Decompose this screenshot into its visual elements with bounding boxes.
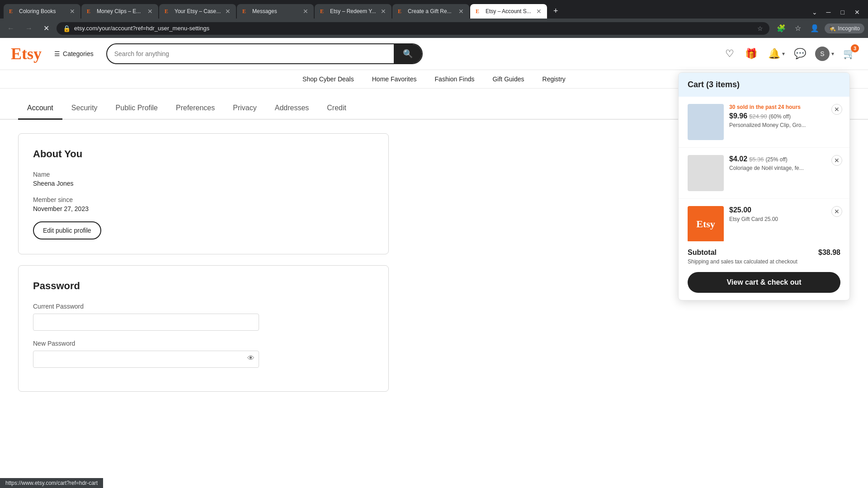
cart-item: $4.02 $5.36 (25% off) Coloriage de Noël … — [679, 148, 849, 199]
profile-button[interactable]: S ▾ — [815, 47, 834, 61]
tab-close-icon[interactable]: ✕ — [381, 8, 386, 15]
minimize-button[interactable]: ─ — [822, 6, 835, 19]
current-password-wrapper — [33, 312, 374, 331]
incognito-label: Incognito — [838, 25, 860, 32]
maximize-button[interactable]: □ — [836, 6, 849, 19]
sold-badge: 30 sold in the past 24 hours — [729, 104, 840, 110]
incognito-icon: 🕵 — [829, 25, 836, 32]
cart-item-description: Personalized Money Clip, Gro... — [729, 122, 840, 128]
cart-badge: 3 — [851, 44, 859, 52]
member-since-field-group: Member since November 27, 2023 — [33, 196, 374, 212]
cart-item-image — [688, 104, 724, 140]
nav-gift-guides[interactable]: Gift Guides — [492, 75, 524, 83]
tab-create-gift[interactable]: E Create a Gift Re... ✕ — [392, 4, 469, 19]
cart-item-info: $25.00 Etsy Gift Card 25.00 — [729, 206, 840, 222]
tab-redeem[interactable]: E Etsy – Redeem Y... ✕ — [315, 4, 392, 19]
tab-close-icon[interactable]: ✕ — [458, 8, 464, 15]
star-icon[interactable]: ☆ — [757, 25, 763, 32]
tab-account-settings[interactable]: E Etsy – Account S... ✕ — [470, 4, 547, 19]
etsy-page: Etsy ☰ Categories 🔍 ♡ 🎁 🔔 ▾ 💬 S ▾ 🛒 3 — [0, 38, 868, 416]
close-button[interactable]: ✕ — [850, 6, 864, 19]
tab-favicon: E — [476, 8, 482, 14]
nav-shop-cyber-deals[interactable]: Shop Cyber Deals — [302, 75, 354, 83]
cart-remove-item-button[interactable]: ✕ — [831, 206, 842, 217]
member-since-value: November 27, 2023 — [33, 205, 374, 212]
tab-title: Coloring Books — [19, 8, 66, 14]
etsy-logo[interactable]: Etsy — [11, 44, 42, 63]
tab-security[interactable]: Security — [62, 98, 107, 120]
tab-title: Etsy – Redeem Y... — [330, 8, 377, 14]
new-password-input[interactable] — [33, 351, 259, 368]
current-password-label: Current Password — [33, 303, 374, 310]
subtotal-value: $38.98 — [818, 249, 840, 257]
gift-button[interactable]: 🎁 — [743, 46, 759, 61]
categories-button[interactable]: ☰ Categories — [51, 47, 97, 60]
search-bar: 🔍 — [106, 43, 423, 64]
checkout-button[interactable]: View cart & check out — [688, 272, 840, 293]
url-input[interactable] — [74, 25, 754, 32]
notifications-button[interactable]: 🔔 — [766, 46, 782, 61]
tab-addresses[interactable]: Addresses — [266, 98, 318, 120]
cart-item-description: Coloriage de Noël vintage, fe... — [729, 165, 840, 171]
cart-item-price-current: $4.02 — [729, 155, 747, 163]
current-password-input[interactable] — [33, 314, 259, 331]
cart-subtotal: Subtotal $38.98 — [688, 249, 840, 257]
new-password-group: New Password 👁 — [33, 340, 374, 368]
tab-account[interactable]: Account — [18, 98, 62, 120]
cart-remove-item-button[interactable]: ✕ — [831, 155, 842, 166]
new-tab-button[interactable]: + — [550, 4, 562, 19]
cart-item-discount: (25% off) — [765, 156, 787, 163]
profile-manager-icon[interactable]: 👤 — [807, 21, 823, 35]
nav-registry[interactable]: Registry — [542, 75, 566, 83]
hamburger-icon: ☰ — [54, 50, 60, 57]
back-button[interactable]: ← — [4, 22, 18, 35]
cart-item-price-current: $25.00 — [729, 206, 751, 214]
edit-public-profile-button[interactable]: Edit public profile — [33, 221, 101, 239]
name-value: Sheena Jones — [33, 180, 374, 187]
tab-coloring-books[interactable]: E Coloring Books ✕ — [4, 4, 80, 19]
reload-button[interactable]: ✕ — [40, 21, 53, 35]
tab-money-clips[interactable]: E Money Clips – E... ✕ — [81, 4, 158, 19]
tab-title: Your Etsy – Case... — [175, 8, 222, 14]
extensions-icon[interactable]: 🧩 — [773, 21, 789, 35]
tab-close-icon[interactable]: ✕ — [147, 8, 153, 15]
current-password-group: Current Password — [33, 303, 374, 331]
cart-button[interactable]: 🛒 3 — [841, 46, 857, 61]
new-password-label: New Password — [33, 340, 374, 347]
tab-overflow-icon[interactable]: ⌄ — [808, 6, 821, 19]
tab-credit[interactable]: Credit — [318, 98, 355, 120]
tab-favicon: E — [320, 8, 326, 14]
password-card: Password Current Password New Password 👁 — [18, 265, 389, 392]
cart-item-price-original: $5.36 — [749, 156, 764, 163]
favorites-button[interactable]: ♡ — [723, 46, 736, 61]
tab-title: Etsy – Account S... — [486, 8, 533, 14]
bookmark-icon[interactable]: ☆ — [791, 21, 805, 35]
member-since-label: Member since — [33, 196, 374, 203]
tab-public-profile[interactable]: Public Profile — [107, 98, 167, 120]
tab-privacy[interactable]: Privacy — [224, 98, 265, 120]
new-password-wrapper: 👁 — [33, 349, 259, 368]
messages-button[interactable]: 💬 — [792, 46, 808, 61]
name-field-group: Name Sheena Jones — [33, 171, 374, 187]
nav-fashion-finds[interactable]: Fashion Finds — [435, 75, 475, 83]
tab-preferences[interactable]: Preferences — [167, 98, 224, 120]
toggle-password-visibility-button[interactable]: 👁 — [247, 354, 255, 362]
search-input[interactable] — [107, 46, 394, 62]
tab-messages[interactable]: E Messages ✕ — [237, 4, 314, 19]
tab-close-icon[interactable]: ✕ — [536, 8, 542, 15]
tab-close-icon[interactable]: ✕ — [70, 8, 75, 15]
cart-item-image: Etsy — [688, 206, 724, 241]
address-bar[interactable]: 🔒 ☆ — [57, 22, 769, 35]
tab-title: Money Clips – E... — [97, 8, 144, 14]
bell-wrapper: 🔔 ▾ — [766, 46, 785, 61]
cart-remove-item-button[interactable]: ✕ — [831, 104, 842, 115]
cart-item-price-row: $25.00 — [729, 206, 840, 214]
address-bar-row: ← → ✕ 🔒 ☆ 🧩 ☆ 👤 🕵 Incognito — [0, 19, 868, 38]
search-button[interactable]: 🔍 — [394, 44, 422, 63]
tab-close-icon[interactable]: ✕ — [225, 8, 231, 15]
nav-home-favorites[interactable]: Home Favorites — [372, 75, 417, 83]
tab-close-icon[interactable]: ✕ — [303, 8, 308, 15]
tab-your-etsy[interactable]: E Your Etsy – Case... ✕ — [159, 4, 236, 19]
tab-title: Messages — [252, 8, 299, 14]
forward-button[interactable]: → — [22, 22, 36, 35]
